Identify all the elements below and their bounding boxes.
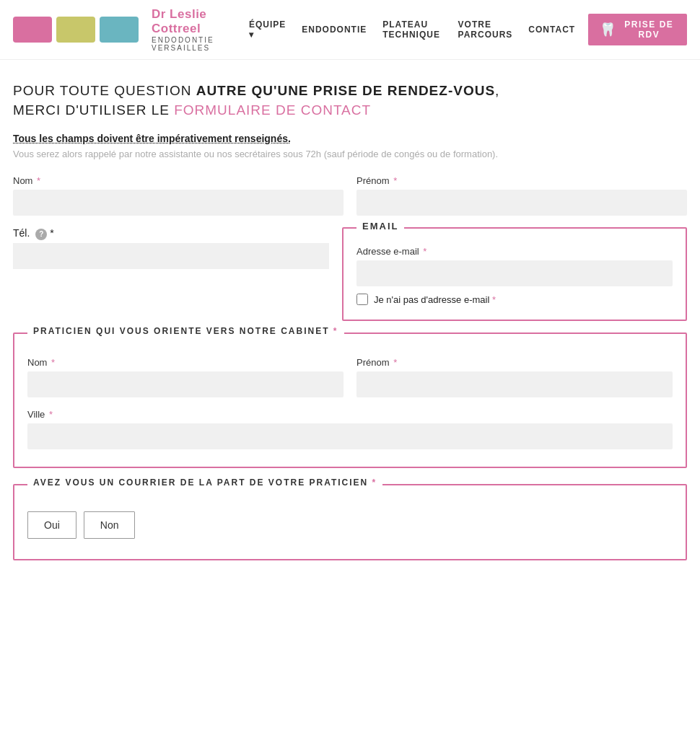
praticien-prenom-input[interactable] (356, 371, 673, 397)
praticien-nom-group: Nom * (27, 357, 344, 397)
brand-name[interactable]: Dr Leslie Cottreel (152, 7, 249, 36)
navbar: Dr Leslie Cottreel Endodontie Versailles… (0, 0, 700, 60)
prenom-input[interactable] (356, 190, 687, 216)
oui-non-row: Oui Non (27, 511, 673, 539)
nom-label: Nom * (13, 175, 344, 186)
brand-subtitle: Endodontie Versailles (152, 36, 249, 52)
brand: Dr Leslie Cottreel Endodontie Versailles (152, 7, 249, 52)
praticien-ville-input[interactable] (27, 423, 673, 449)
praticien-nom-prenom-row: Nom * Prénom * (27, 357, 673, 397)
color-yellow (56, 17, 95, 43)
courrier-section: AVEZ VOUS UN COURRIER DE LA PART DE VOTR… (13, 484, 687, 560)
courrier-section-title: AVEZ VOUS UN COURRIER DE LA PART DE VOTR… (27, 477, 382, 488)
oui-button[interactable]: Oui (27, 511, 76, 539)
color-pink (13, 17, 52, 43)
chevron-down-icon: ▾ (249, 30, 254, 40)
title-normal: POUR TOUTE QUESTION (13, 83, 196, 98)
email-label: Adresse e-mail * (356, 246, 673, 257)
email-section-title: EMAIL (356, 221, 404, 232)
praticien-prenom-group: Prénom * (356, 357, 673, 397)
main-content: POUR TOUTE QUESTION AUTRE QU'UNE PRISE D… (0, 60, 700, 605)
sub-note: Vous serez alors rappelé par notre assis… (13, 149, 687, 159)
praticien-section-title: PRATICIEN QUI VOUS ORIENTE VERS NOTRE CA… (27, 326, 344, 336)
rdv-button[interactable]: 🦷 PRISE DE RDV (588, 14, 687, 45)
email-group: Adresse e-mail * (356, 246, 673, 286)
required-note: Tous les champs doivent être impérativem… (13, 133, 687, 144)
praticien-nom-label: Nom * (27, 357, 344, 368)
nom-prenom-row: Nom * Prénom * (13, 175, 687, 216)
nav-parcours[interactable]: VOTRE PARCOURS (458, 19, 513, 40)
title-line2: MERCI D'UTILISER LE (13, 102, 174, 118)
nom-group: Nom * (13, 175, 344, 216)
praticien-prenom-label: Prénom * (356, 357, 673, 368)
nom-input[interactable] (13, 190, 344, 216)
tel-email-row: Tél. ? * EMAIL Adresse e-mail * Je n'ai … (13, 227, 687, 321)
prenom-group: Prénom * (356, 175, 687, 216)
email-input[interactable] (356, 260, 673, 286)
color-teal (100, 17, 139, 43)
praticien-section: PRATICIEN QUI VOUS ORIENTE VERS NOTRE CA… (13, 333, 687, 468)
tel-input[interactable] (13, 243, 329, 269)
rdv-button-label: PRISE DE RDV (623, 19, 675, 40)
tel-label: Tél. ? * (13, 227, 329, 240)
nav-links: ÉQUIPE ▾ ENDODONTIE PLATEAU TECHNIQUE VO… (249, 19, 575, 40)
nav-endodontie[interactable]: ENDODONTIE (302, 25, 367, 35)
title-bold: AUTRE QU'UNE PRISE DE RENDEZ-VOUS (196, 83, 495, 98)
tel-group: Tél. ? * (13, 227, 329, 269)
brand-colors (13, 17, 139, 43)
non-button[interactable]: Non (84, 511, 136, 539)
contact-link[interactable]: FORMULAIRE DE CONTACT (174, 102, 371, 118)
email-section: EMAIL Adresse e-mail * Je n'ai pas d'adr… (342, 227, 687, 321)
tel-help-icon[interactable]: ? (35, 229, 47, 240)
prenom-label: Prénom * (356, 175, 687, 186)
calendar-icon: 🦷 (600, 22, 617, 38)
no-email-row: Je n'ai pas d'adresse e-mail * (356, 294, 673, 305)
nav-plateau[interactable]: PLATEAU TECHNIQUE (382, 19, 442, 40)
praticien-ville-label: Ville * (27, 409, 673, 420)
praticien-ville-group: Ville * (27, 409, 673, 449)
praticien-nom-input[interactable] (27, 371, 344, 397)
no-email-label: Je n'ai pas d'adresse e-mail * (374, 294, 496, 305)
page-title: POUR TOUTE QUESTION AUTRE QU'UNE PRISE D… (13, 82, 687, 120)
no-email-checkbox[interactable] (356, 294, 368, 305)
nav-equipe[interactable]: ÉQUIPE ▾ (249, 19, 286, 40)
nav-contact[interactable]: CONTACT (528, 25, 575, 35)
